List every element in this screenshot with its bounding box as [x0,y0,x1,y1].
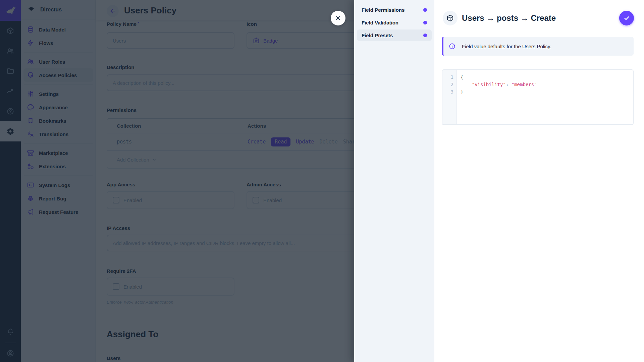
drawer-header-badge [443,11,458,25]
drawer-title: Users → posts → Create [462,13,556,23]
drawer-close-button[interactable] [331,11,345,25]
info-notice: Field value defaults for the Users Polic… [442,37,634,56]
close-icon [334,14,342,22]
directus-app: Directus Data Model Flows [0,0,644,362]
info-icon [448,43,456,50]
menu-item-field-validation[interactable]: Field Validation [357,17,432,28]
status-dot [423,34,427,37]
drawer-content: Users → posts → Create Field value defau… [434,0,644,362]
drawer-side-menu: Field Permissions Field Validation Field… [354,0,434,362]
menu-item-field-permissions[interactable]: Field Permissions [357,4,432,15]
status-dot [423,21,427,24]
save-button[interactable] [619,11,634,25]
code-content[interactable]: { "visibility": "members"} [457,70,537,124]
cube-icon [446,14,454,22]
code-line-numbers: 1 2 3 [442,70,457,124]
check-icon [623,14,630,22]
presets-code-editor[interactable]: 1 2 3 { "visibility": "members"} [442,69,634,125]
drawer: Field Permissions Field Validation Field… [354,0,644,362]
notice-text: Field value defaults for the Users Polic… [462,44,551,49]
status-dot [423,8,427,12]
menu-item-field-presets[interactable]: Field Presets [357,29,432,41]
